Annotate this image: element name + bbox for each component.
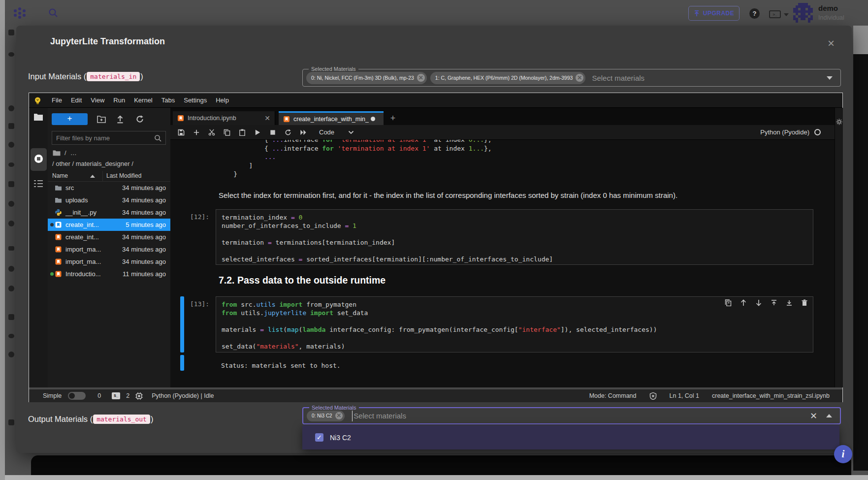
file-row[interactable]: Introductio...11 minutes ago xyxy=(48,268,170,280)
insert-cell-above-icon[interactable] xyxy=(771,299,777,306)
new-folder-icon[interactable] xyxy=(97,115,106,124)
breadcrumb-ellipsis[interactable]: … xyxy=(70,149,77,157)
output-label-suffix: ) xyxy=(151,415,154,424)
file-row[interactable]: __init__.py34 minutes ago xyxy=(48,206,170,219)
refresh-icon[interactable] xyxy=(135,115,144,124)
filter-files-input[interactable]: Filter files by name xyxy=(52,131,166,145)
file-list-header: Name Last Modified xyxy=(48,171,170,182)
output-materials-select[interactable]: Selected Materials 0: Ni3 C2✕ Select mat… xyxy=(302,407,841,424)
move-cell-down-icon[interactable] xyxy=(755,299,762,306)
tab-close-icon[interactable]: ✕ xyxy=(264,114,270,122)
home-folder-icon[interactable] xyxy=(53,150,61,156)
dropdown-item-label[interactable]: Ni3 C2 xyxy=(330,434,351,442)
tab-introduction[interactable]: Introduction.ipynb ✕ xyxy=(173,111,275,125)
menu-run[interactable]: Run xyxy=(109,96,129,104)
unsaved-dot-icon[interactable] xyxy=(371,117,375,121)
console-caret-icon[interactable] xyxy=(784,13,789,16)
upload-icon[interactable] xyxy=(116,115,125,124)
restart-run-all-icon[interactable] xyxy=(300,129,307,136)
save-icon[interactable] xyxy=(178,129,185,136)
file-row[interactable]: import_ma...34 minutes ago xyxy=(48,243,170,256)
sort-asc-icon[interactable] xyxy=(90,175,95,178)
breadcrumb-root[interactable]: / xyxy=(64,149,66,157)
file-list: src34 minutes agouploads34 minutes ago__… xyxy=(48,182,170,280)
copy-icon[interactable] xyxy=(224,129,230,136)
code-cell-13[interactable]: from src.utils import from_pymatgenfrom … xyxy=(216,296,813,352)
filter-search-icon xyxy=(154,134,161,142)
menu-view[interactable]: View xyxy=(86,96,109,104)
file-row[interactable]: src34 minutes ago xyxy=(48,182,170,194)
material-chip[interactable]: 0: Ni, Nickel, FCC (Fm-3m) 3D (Bulk), mp… xyxy=(306,72,427,84)
cell-13-prompt: [13]: xyxy=(190,300,214,308)
menu-file[interactable]: File xyxy=(47,96,66,104)
notebook-pane: Introduction.ipynb ✕ create_interface_wi… xyxy=(170,108,842,387)
cell-type-caret-icon[interactable] xyxy=(348,130,354,134)
help-icon[interactable]: ? xyxy=(749,8,760,19)
cursor-position[interactable]: Ln 1, Col 1 xyxy=(670,392,699,399)
file-row[interactable]: create_int...34 minutes ago xyxy=(48,231,170,243)
close-icon[interactable]: × xyxy=(825,37,837,50)
cell-type-select[interactable]: Code xyxy=(319,128,334,136)
chip-remove-icon[interactable]: ✕ xyxy=(576,74,583,82)
chevron-down-icon[interactable] xyxy=(827,76,833,80)
new-tab-button[interactable]: + xyxy=(386,111,400,125)
file-modified-time: 11 minutes ago xyxy=(123,270,166,278)
menu-edit[interactable]: Edit xyxy=(66,96,86,104)
kernel-status[interactable]: Python (Pyodide) | Idle xyxy=(152,392,214,399)
file-row[interactable]: uploads34 minutes ago xyxy=(48,194,170,206)
markdown-paragraph: Select the index for termination first, … xyxy=(219,191,677,199)
file-row[interactable]: import_ma...34 minutes ago xyxy=(48,256,170,268)
duplicate-cell-icon[interactable] xyxy=(725,299,732,306)
column-last-modified[interactable]: Last Modified xyxy=(106,172,141,179)
move-cell-up-icon[interactable] xyxy=(740,299,747,306)
material-chip[interactable]: 1: C, Graphene, HEX (P6/mmm) 2D (Monolay… xyxy=(430,72,586,84)
code-cell-12[interactable]: termination_index = 0number_of_interface… xyxy=(216,209,813,265)
breadcrumb[interactable]: / … xyxy=(53,149,77,157)
console-icon[interactable]: >_ xyxy=(769,10,781,18)
kernel-count[interactable]: 2 xyxy=(126,392,129,399)
chip-remove-icon[interactable]: ✕ xyxy=(335,412,343,419)
upgrade-button[interactable]: UPGRADE xyxy=(688,6,739,21)
notebook-scroll-area[interactable]: { ...interface for 'termination at index… xyxy=(170,140,835,387)
stop-icon[interactable] xyxy=(269,129,276,136)
menu-tabs[interactable]: Tabs xyxy=(157,96,179,104)
python-file-icon xyxy=(55,209,62,216)
terminal-count[interactable]: 0 xyxy=(97,392,101,399)
cell-output-text: Status: materials sent to host. xyxy=(221,361,341,370)
restart-icon[interactable] xyxy=(285,129,291,136)
gear-icon[interactable] xyxy=(836,119,842,125)
tab-create-interface[interactable]: create_interface_with_min_ xyxy=(279,111,384,125)
insert-cell-below-icon[interactable] xyxy=(786,299,793,306)
input-materials-select[interactable]: Selected Materials 0: Ni, Nickel, FCC (F… xyxy=(302,69,841,87)
paste-icon[interactable] xyxy=(239,129,246,136)
app-logo-icon[interactable] xyxy=(14,7,26,19)
new-launcher-button[interactable]: + xyxy=(52,113,88,125)
running-sessions-icon[interactable] xyxy=(33,154,44,164)
chevron-up-icon[interactable] xyxy=(826,414,832,417)
kernel-name[interactable]: Python (Pyodide) xyxy=(760,128,809,136)
jupyter-menu-bar: FileEditViewRunKernelTabsSettingsHelp xyxy=(29,93,842,108)
delete-cell-icon[interactable] xyxy=(801,299,808,306)
open-file-dot xyxy=(50,223,54,226)
material-chip-label: 1: C, Graphene, HEX (P6/mmm) 2D (Monolay… xyxy=(435,75,573,81)
search-icon[interactable] xyxy=(48,8,58,18)
avatar[interactable] xyxy=(792,2,814,23)
run-icon[interactable] xyxy=(254,129,261,136)
file-row[interactable]: create_int...5 minutes ago xyxy=(48,219,170,231)
chip-remove-icon[interactable]: ✕ xyxy=(417,74,425,82)
notification-icon[interactable] xyxy=(649,392,657,400)
checkbox[interactable]: ✓ xyxy=(315,433,323,442)
cut-icon[interactable] xyxy=(208,129,215,136)
user-name[interactable]: demo xyxy=(818,4,838,12)
menu-settings[interactable]: Settings xyxy=(179,96,211,104)
material-chip[interactable]: 0: Ni3 C2✕ xyxy=(307,411,345,421)
clear-selection-icon[interactable]: ✕ xyxy=(810,411,817,421)
info-button[interactable]: i xyxy=(834,445,852,463)
toc-tab-icon[interactable] xyxy=(33,180,43,188)
files-tab-icon[interactable] xyxy=(33,113,43,122)
column-name[interactable]: Name xyxy=(52,172,68,179)
menu-help[interactable]: Help xyxy=(211,96,233,104)
simple-mode-toggle[interactable] xyxy=(68,392,86,400)
menu-kernel[interactable]: Kernel xyxy=(129,96,157,104)
insert-cell-icon[interactable] xyxy=(193,129,200,136)
